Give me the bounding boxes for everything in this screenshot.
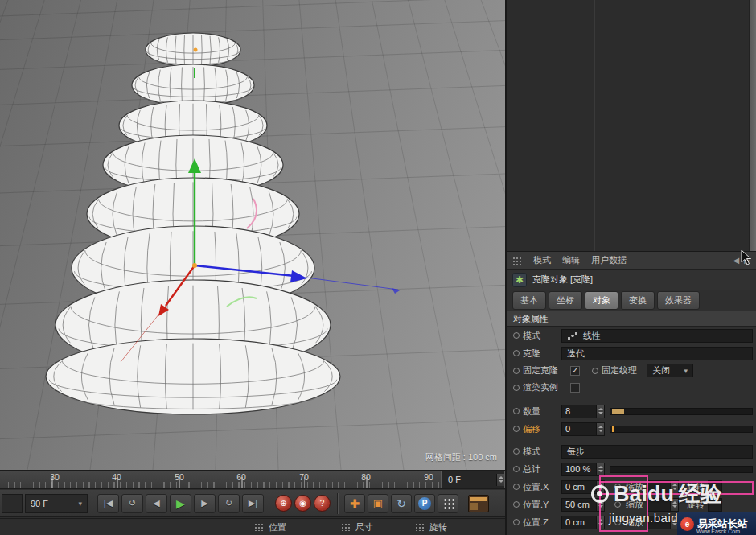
slider-marker[interactable] — [612, 426, 614, 432]
coordinate-system-button[interactable]: P — [414, 494, 435, 513]
section-title: 对象属性 — [513, 313, 549, 325]
record-options-button[interactable]: ? — [314, 495, 331, 512]
offset-field[interactable]: 0 — [561, 422, 605, 436]
key-selection-button[interactable] — [438, 494, 458, 513]
object-manager-area[interactable] — [507, 0, 756, 252]
previous-frame-button[interactable]: ◀ — [146, 494, 167, 513]
coords-position-header: 位置 — [254, 519, 286, 535]
previous-key-icon: ↺ — [129, 498, 136, 508]
layout-icon — [470, 497, 487, 501]
fix-texture-label: 固定纹理 — [602, 364, 647, 377]
next-key-button[interactable]: ↻ — [218, 494, 240, 513]
menu-userdata[interactable]: 用户数据 — [591, 254, 627, 266]
next-frame-icon: ▶ — [201, 498, 207, 508]
chevron-down-icon: ▾ — [78, 500, 82, 508]
grip-icon[interactable] — [341, 523, 351, 531]
tab-object[interactable]: 对象 — [585, 291, 618, 310]
section-object-properties[interactable]: 对象属性 — [507, 311, 756, 327]
offset-spinner[interactable] — [596, 423, 604, 435]
count-field[interactable]: 8 — [561, 405, 605, 418]
go-to-end-button[interactable]: ▶| — [242, 494, 264, 513]
anim-dot-icon[interactable] — [513, 448, 520, 455]
clone-value: 迭代 — [567, 348, 585, 360]
fix-texture-dropdown[interactable]: 关闭 ▾ — [647, 364, 693, 377]
row-render-instance: 渲染实例 — [507, 379, 756, 396]
3d-viewport[interactable]: 网格间距 : 100 cm — [0, 0, 505, 470]
rotate-tool-button[interactable]: ↻ — [391, 494, 412, 513]
history-forward-icon[interactable]: ▶ — [744, 256, 750, 265]
attribute-manager-panel: 模式 编辑 用户数据 ◀ ▶ ✱ 克隆对象 [克隆] 基本 坐标 对象 变换 效… — [505, 0, 756, 535]
anim-dot-icon[interactable] — [513, 368, 520, 374]
go-to-start-button[interactable]: |◀ — [97, 494, 119, 513]
fix-clone-checkbox[interactable]: ✓ — [570, 366, 580, 376]
previous-key-button[interactable]: ↺ — [121, 494, 143, 513]
frame-offset-box[interactable] — [2, 494, 23, 513]
grip-icon[interactable] — [254, 523, 264, 531]
ruler-tick-label: 50 — [175, 472, 184, 482]
tab-coordinates[interactable]: 坐标 — [549, 291, 582, 310]
clone-label: 克隆 — [523, 348, 561, 360]
anim-dot-icon[interactable] — [592, 368, 598, 374]
anim-dot-icon[interactable] — [513, 426, 520, 432]
row-step-mode: 模式 每步 — [507, 442, 756, 460]
total-slider[interactable] — [610, 466, 753, 473]
anim-dot-icon[interactable] — [513, 350, 520, 356]
layout-switch-button[interactable] — [468, 495, 489, 512]
total-spinner[interactable] — [596, 463, 604, 475]
coords-size-header: 尺寸 — [341, 519, 373, 535]
toolbar-divider — [337, 493, 338, 514]
play-button[interactable]: ▶ — [170, 494, 191, 513]
menu-edit[interactable]: 编辑 — [562, 254, 580, 266]
menu-mode[interactable]: 模式 — [533, 254, 551, 266]
mode-value: 线性 — [583, 330, 601, 342]
grid-spacing-label: 网格间距 : 100 cm — [425, 451, 497, 463]
grip-icon[interactable] — [415, 523, 425, 531]
record-keyframe-icon: ⊕ — [280, 499, 286, 508]
move-tool-button[interactable]: ✚ — [344, 494, 365, 513]
slider-handle[interactable] — [612, 409, 624, 414]
record-keyframe-button[interactable]: ⊕ — [275, 495, 292, 512]
current-frame-field[interactable]: 0 F — [441, 471, 505, 488]
frame-range-dropdown[interactable]: 90 F ▾ — [25, 494, 88, 513]
position-z-label: 位置.Z — [523, 516, 561, 529]
question-icon: ? — [320, 499, 325, 508]
total-value: 100 % — [562, 464, 596, 474]
panel-divider[interactable] — [594, 0, 594, 251]
grip-icon[interactable] — [512, 257, 522, 265]
history-back-icon[interactable]: ◀ — [733, 256, 740, 265]
count-label: 数量 — [523, 405, 561, 418]
count-spinner[interactable] — [596, 405, 604, 418]
scrollbar[interactable] — [749, 0, 756, 251]
step-mode-dropdown[interactable]: 每步 — [561, 445, 753, 459]
timeline-ruler[interactable]: 30 40 50 60 70 80 90 0 F — [0, 470, 505, 489]
anim-dot-icon[interactable] — [513, 332, 520, 339]
coordinates-bar: 位置 尺寸 旋转 — [0, 518, 505, 535]
next-frame-button[interactable]: ▶ — [194, 494, 216, 513]
mode-dropdown[interactable]: 线性 — [561, 329, 753, 343]
play-icon: ▶ — [176, 497, 185, 510]
total-field[interactable]: 100 % — [561, 463, 605, 476]
anim-dot-icon[interactable] — [513, 519, 520, 525]
ruler-major-ticks — [0, 477, 439, 488]
next-key-icon: ↻ — [225, 498, 232, 508]
render-instance-checkbox[interactable] — [570, 383, 580, 393]
clone-dropdown[interactable]: 迭代 — [561, 347, 753, 360]
viewport-canvas[interactable] — [0, 0, 505, 470]
tab-transform[interactable]: 变换 — [621, 291, 655, 310]
offset-slider[interactable] — [610, 426, 753, 433]
attribute-menubar: 模式 编辑 用户数据 ◀ ▶ — [507, 252, 756, 270]
anim-dot-icon[interactable] — [513, 484, 520, 490]
dot-grid-icon — [442, 497, 454, 509]
current-frame-spinner[interactable] — [496, 474, 504, 486]
tab-basic[interactable]: 基本 — [512, 291, 546, 310]
count-slider[interactable] — [610, 408, 753, 415]
anim-dot-icon[interactable] — [513, 466, 520, 472]
anim-dot-icon[interactable] — [513, 501, 520, 508]
anim-dot-icon[interactable] — [513, 385, 520, 391]
autokey-button[interactable]: ◉ — [294, 495, 311, 512]
anim-dot-icon[interactable] — [513, 408, 520, 414]
scale-tool-button[interactable]: ▣ — [368, 494, 388, 513]
tab-effectors[interactable]: 效果器 — [657, 291, 700, 310]
watermark-brand: Baidu — [614, 482, 674, 507]
ruler-tick-label: 40 — [112, 472, 121, 482]
